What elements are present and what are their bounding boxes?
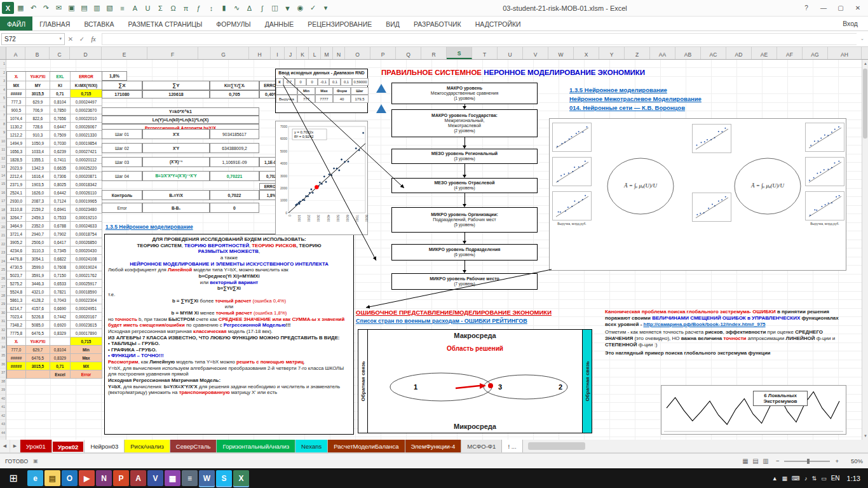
row-header-10[interactable]: 10 — [0, 137, 6, 146]
table-cell[interactable]: 0,00027421 — [71, 147, 102, 156]
row-header-30[interactable]: 30 — [0, 309, 6, 318]
view-mode-icon-0[interactable]: ▦ — [740, 458, 750, 464]
military-spending-link[interactable]: Список стран по военным расходам - ОШИБК… — [356, 318, 527, 324]
column-header-Y[interactable]: Y — [599, 47, 625, 59]
table-cell[interactable]: 1130,2 — [7, 123, 26, 131]
taskbar-notepad-icon[interactable]: ≡ — [182, 470, 198, 486]
table-cell[interactable]: 0,00020112 — [71, 156, 102, 164]
row-header-1[interactable]: 1 — [0, 60, 6, 69]
table-cell[interactable]: 0,6533 — [50, 280, 71, 288]
pi-icon[interactable]: π — [180, 2, 192, 14]
enter-icon[interactable]: ✓ — [76, 36, 88, 43]
column-header-AD[interactable]: AD — [726, 47, 752, 59]
table-cell[interactable]: 0,00020430 — [71, 247, 102, 255]
table-cell[interactable]: 7023,4 — [7, 313, 26, 321]
table-cell[interactable]: 0,00023670 — [71, 106, 102, 114]
table-cell[interactable]: 629,9 — [26, 98, 50, 106]
table-cell[interactable]: 1616,4 — [26, 172, 50, 180]
table-cell[interactable]: 5085,0 — [26, 321, 50, 329]
scroll-down-icon[interactable]: ▼ — [862, 432, 868, 440]
error-percent-cell[interactable]: 1,8% — [102, 71, 127, 81]
table-cell[interactable]: 3264,7 — [7, 214, 26, 222]
table-cell[interactable]: 900,5 — [7, 106, 26, 114]
column-header-A[interactable]: A — [6, 47, 25, 59]
table-cell[interactable]: 2940,7 — [26, 230, 50, 238]
table-cell[interactable]: 6476,5 — [26, 329, 50, 337]
row-header-3[interactable]: 3 — [0, 77, 6, 86]
table-cell[interactable]: 0,7150 — [50, 271, 71, 280]
row-header-43[interactable]: 43 — [0, 420, 6, 429]
zoom-in-button[interactable]: + — [835, 458, 839, 464]
table-cell[interactable]: 0,00019024 — [71, 263, 102, 271]
integral-icon[interactable]: ∫ — [256, 2, 268, 14]
table-cell[interactable]: 2212,4 — [7, 172, 26, 180]
table-cell[interactable]: 2371,9 — [7, 180, 26, 189]
table-cell[interactable]: 1355,1 — [26, 156, 50, 164]
table-cell[interactable]: 1212,2 — [7, 131, 26, 139]
table-cell[interactable]: 0,00019210 — [71, 214, 102, 222]
column-header-W[interactable]: W — [548, 47, 574, 59]
tray-expand-icon[interactable]: ▲ — [772, 475, 778, 482]
taskbar-explorer-icon[interactable]: ▤ — [44, 470, 60, 486]
taskbar-skype-icon[interactable]: S — [216, 470, 232, 486]
row-header-4[interactable]: 4 — [0, 86, 6, 95]
font-icon[interactable]: A — [129, 2, 141, 14]
row-header-28[interactable]: 28 — [0, 292, 6, 301]
table-cell[interactable]: 0,7345 — [50, 247, 71, 255]
taskbar-excel-icon[interactable]: X — [233, 470, 249, 486]
worksheet-grid[interactable]: 1234567891011121314151617181920212223242… — [0, 60, 862, 440]
link-neural-networks-vorontsov[interactable]: 014. Нейронные сети — К.В. Воронцов — [569, 104, 685, 111]
table-cell[interactable]: 3591,9 — [26, 271, 50, 280]
table-cell[interactable]: 0,00018342 — [71, 180, 102, 189]
tray-desktop-icon[interactable]: ▦ — [782, 475, 788, 482]
zoom-slider[interactable] — [784, 461, 830, 462]
ribbon-tab-данные[interactable]: ДАННЫЕ — [258, 17, 301, 30]
table-cell[interactable]: 4128,2 — [26, 296, 50, 304]
table-cell[interactable]: 0,8104 — [50, 98, 71, 106]
insert-function-icon[interactable]: fx — [88, 36, 99, 43]
table-cell[interactable]: 0,00022304 — [71, 296, 102, 304]
table-cell[interactable]: 7348,2 — [7, 321, 26, 329]
function-icon[interactable]: ƒ — [193, 2, 205, 14]
sheet-tab-РискАнализ[interactable]: РискАнализ — [125, 440, 170, 452]
row-header-32[interactable]: 32 — [0, 326, 6, 335]
table-cell[interactable]: 910,3 — [26, 131, 50, 139]
email-icon[interactable]: ✉ — [53, 2, 65, 14]
column-header-M[interactable]: M — [321, 47, 333, 59]
help-button[interactable]: ? — [798, 2, 815, 15]
row-header-8[interactable]: 8 — [0, 120, 6, 129]
table-cell[interactable]: 0,00020871 — [71, 172, 102, 180]
table-cell[interactable]: 1903,5 — [26, 180, 50, 189]
table-cell[interactable]: 0,00022010 — [71, 114, 102, 123]
column-header-V[interactable]: V — [523, 47, 548, 59]
extrema-chart[interactable]: 6 Локальных Экстремумов — [661, 385, 846, 435]
sheet-tab-Урок01[interactable]: Урок01 — [20, 440, 52, 452]
table-cell[interactable]: 1494,9 — [7, 139, 26, 147]
keyboard-icon[interactable]: ⌨ — [792, 475, 800, 482]
taskbar-visio-icon[interactable]: V — [147, 470, 163, 486]
minimize-button[interactable]: — — [815, 2, 832, 15]
flowchart-box-level-7[interactable]: МИКРО уровень Рабочие место(7 уровень) — [391, 273, 538, 290]
table-cell[interactable]: 0,6690 — [50, 304, 71, 313]
table-cell[interactable]: 0,6417 — [50, 238, 71, 247]
column-header-AC[interactable]: AC — [701, 47, 726, 59]
taskbar-access-icon[interactable]: A — [130, 470, 146, 486]
sign-in-link[interactable]: Вход — [843, 17, 868, 30]
chart-line-icon[interactable]: ∿ — [231, 2, 243, 14]
table-cell[interactable]: 0,7306 — [50, 172, 71, 180]
row-header-27[interactable]: 27 — [0, 283, 6, 292]
table-cell[interactable]: 2159,2 — [26, 205, 50, 214]
row-header-21[interactable]: 21 — [0, 231, 6, 240]
column-header-P[interactable]: P — [370, 47, 396, 59]
table-cell[interactable]: 2352,0 — [26, 222, 50, 230]
column-header-AF[interactable]: AF — [777, 47, 803, 59]
table-cell[interactable]: 0,6447 — [50, 123, 71, 131]
table-cell[interactable]: 4476,8 — [7, 255, 26, 263]
column-header-X[interactable]: X — [574, 47, 599, 59]
column-header-N[interactable]: N — [333, 47, 345, 59]
table-cell[interactable]: 1342,9 — [26, 164, 50, 172]
table-cell[interactable]: 0,7656 — [50, 114, 71, 123]
column-header-R[interactable]: R — [421, 47, 447, 59]
ribbon-tab-вид[interactable]: ВИД — [379, 17, 407, 30]
sheet-tab-МСФО-Ф1[interactable]: МСФО-Ф1 — [461, 440, 502, 452]
